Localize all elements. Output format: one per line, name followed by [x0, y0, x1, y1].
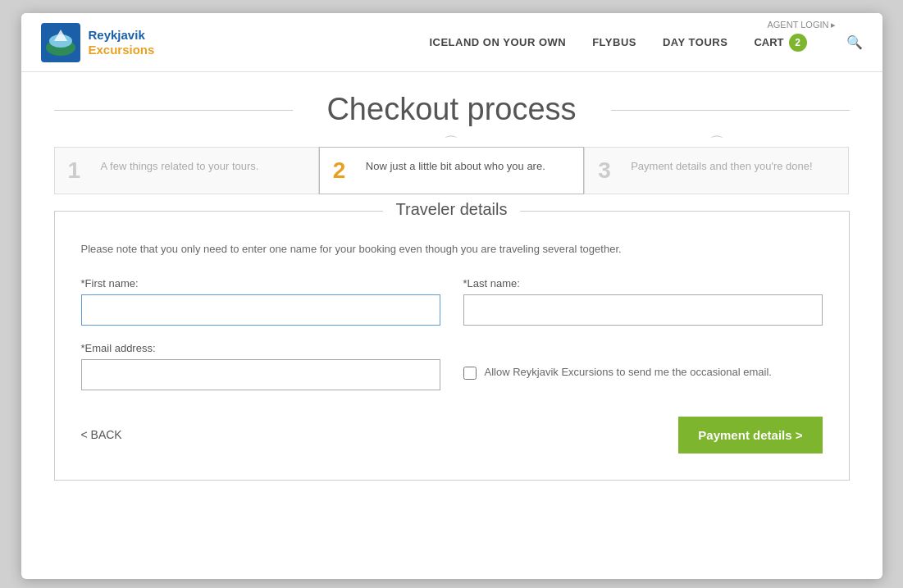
back-button[interactable]: < BACK — [81, 428, 122, 441]
page-title: Checkout process — [54, 92, 850, 127]
email-label: *Email address: — [81, 342, 440, 354]
last-name-label: *Last name: — [463, 277, 823, 289]
step-3-text: Payment details and then you're done! — [631, 159, 812, 174]
step-1-text: A few things related to your tours. — [101, 159, 259, 174]
first-name-label: *First name: — [81, 277, 440, 289]
agent-login-link[interactable]: AGENT LOGIN ▸ — [767, 20, 836, 30]
last-name-input[interactable] — [463, 294, 823, 326]
cart-button[interactable]: CART 2 — [754, 34, 806, 52]
step-1-number: 1 — [68, 159, 91, 182]
logo: Reykjavik Excursions — [41, 23, 155, 62]
header: AGENT LOGIN ▸ Reykjavik Excursions ICELA… — [21, 13, 882, 72]
nav-iceland[interactable]: ICELAND ON YOUR OWN — [429, 36, 566, 48]
cart-count: 2 — [789, 34, 807, 52]
section-title: Traveler details — [383, 200, 521, 219]
step-2-number: 2 — [333, 159, 356, 182]
browser-window: AGENT LOGIN ▸ Reykjavik Excursions ICELA… — [21, 13, 882, 579]
logo-icon — [41, 23, 80, 62]
traveler-note: Please note that you only need to enter … — [81, 241, 823, 258]
nav-flybus[interactable]: FLYBUS — [592, 36, 636, 48]
cart-label: CART — [754, 36, 783, 48]
email-group: *Email address: — [81, 342, 440, 390]
logo-text: Reykjavik Excursions — [89, 28, 155, 57]
email-row: *Email address: Allow Reykjavik Excursio… — [81, 342, 823, 390]
email-optin-group: Allow Reykjavik Excursions to send me th… — [463, 365, 823, 380]
email-optin-label: Allow Reykjavik Excursions to send me th… — [485, 365, 772, 380]
traveler-details-section: Traveler details Please note that you on… — [54, 211, 850, 481]
main-nav: ICELAND ON YOUR OWN FLYBUS DAY TOURS CAR… — [429, 34, 862, 52]
main-content: Checkout process 1 A few things related … — [21, 72, 882, 513]
steps-container: 1 A few things related to your tours. ⌒ … — [54, 147, 850, 194]
email-optin-checkbox[interactable] — [463, 367, 477, 380]
step-2-arrow: ⌒ — [444, 133, 458, 153]
step-2-text: Now just a little bit about who you are. — [366, 159, 545, 174]
step-3-number: 3 — [598, 159, 621, 182]
first-name-group: *First name: — [81, 277, 440, 326]
first-name-input[interactable] — [81, 294, 440, 326]
logo-line1: Reykjavik — [89, 28, 155, 43]
search-icon[interactable]: 🔍 — [846, 34, 863, 50]
email-input[interactable] — [81, 359, 440, 390]
form-footer: < BACK Payment details > — [81, 417, 823, 454]
step-3: ⌒ 3 Payment details and then you're done… — [584, 147, 849, 194]
step-3-arrow: ⌒ — [709, 133, 724, 153]
logo-line2: Excursions — [89, 43, 155, 57]
nav-day-tours[interactable]: DAY TOURS — [663, 36, 727, 48]
name-row: *First name: *Last name: — [81, 277, 823, 326]
step-2: ⌒ 2 Now just a little bit about who you … — [319, 147, 584, 194]
step-1: 1 A few things related to your tours. — [54, 147, 319, 194]
payment-details-button[interactable]: Payment details > — [678, 417, 822, 454]
last-name-group: *Last name: — [463, 277, 823, 326]
